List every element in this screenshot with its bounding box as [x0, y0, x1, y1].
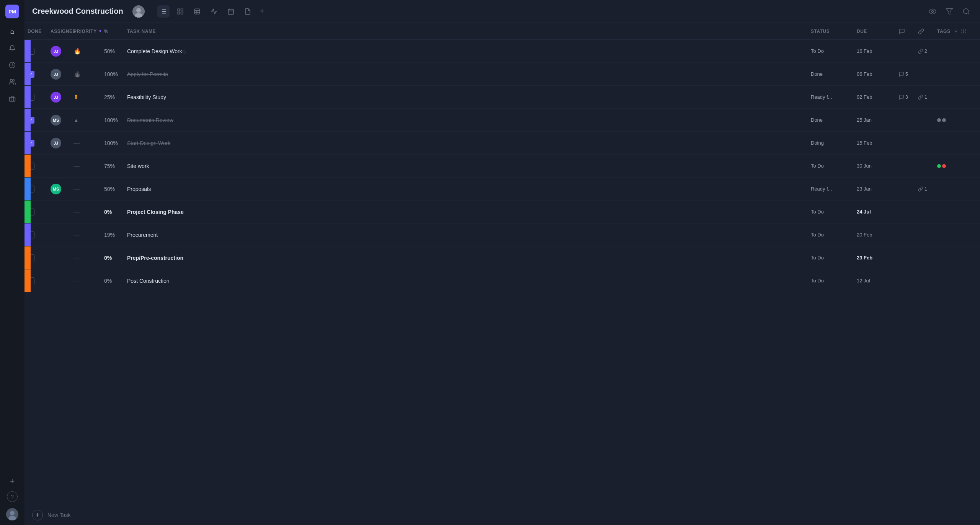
new-task-label: New Task — [47, 512, 70, 518]
assignee-avatar[interactable]: MS — [51, 184, 61, 194]
col-links — [915, 28, 934, 34]
task-name-text[interactable]: Documents Review — [127, 117, 173, 123]
status-badge: To Do — [811, 255, 824, 261]
assignee-avatar[interactable]: MS — [51, 115, 61, 126]
task-name-text[interactable]: Project Closing Phase — [127, 209, 184, 215]
table-row: JJ—100%Start Design WorkDoing15 Feb — [24, 132, 980, 155]
add-view-button[interactable]: + — [260, 7, 265, 16]
sidebar-item-portfolio[interactable] — [5, 92, 19, 106]
sidebar-item-help[interactable]: ? — [7, 491, 18, 502]
view-calendar-icon[interactable] — [225, 5, 237, 18]
task-name-text[interactable]: Feasibility Study — [127, 94, 166, 100]
col-taskname-cell: Complete Design Work ◇ — [124, 48, 808, 54]
col-due-cell: 23 Jan — [854, 186, 896, 192]
task-percentage: 25% — [104, 94, 115, 100]
task-name-text[interactable]: Post Construction — [127, 278, 170, 284]
task-name-text[interactable]: Proposals — [127, 186, 151, 192]
assignee-avatar[interactable]: JJ — [51, 138, 61, 148]
task-name-text[interactable]: Procurement — [127, 232, 158, 238]
app-logo[interactable]: PM — [5, 5, 19, 18]
col-taskname-cell: Start Design Work — [124, 140, 808, 146]
tag-dot — [942, 164, 946, 168]
comment-count: 5 — [905, 72, 908, 77]
col-link-cell: 1 — [915, 95, 934, 100]
status-badge: Doing — [811, 140, 824, 146]
view-files-icon[interactable] — [242, 5, 254, 18]
view-board-icon[interactable] — [174, 5, 186, 18]
col-status-cell: To Do — [808, 209, 854, 215]
col-link-cell: 2 — [915, 49, 934, 54]
assignee-avatar[interactable]: JJ — [51, 46, 61, 57]
sidebar-item-notifications[interactable] — [5, 41, 19, 55]
sidebar-item-home[interactable]: ⌂ — [5, 24, 19, 38]
col-taskname-cell: Documents Review — [124, 117, 808, 123]
table-row: —0%Project Closing PhaseTo Do24 Jul — [24, 201, 980, 223]
project-avatar[interactable] — [132, 5, 145, 18]
col-pct-cell: 0% — [101, 278, 124, 284]
col-taskname-cell: Prep/Pre-construction — [124, 255, 808, 261]
link-icon[interactable]: 2 — [918, 49, 927, 54]
task-name-text[interactable]: Complete Design Work — [127, 48, 182, 54]
task-name-text[interactable]: Prep/Pre-construction — [127, 255, 183, 261]
col-status-cell: To Do — [808, 48, 854, 54]
assignee-avatar[interactable]: JJ — [51, 69, 61, 80]
due-date: 25 Jan — [857, 117, 872, 123]
watch-icon[interactable] — [926, 5, 939, 18]
priority-icon: — — [74, 254, 80, 261]
task-percentage: 0% — [104, 278, 112, 284]
bottom-bar: + New Task — [24, 505, 980, 525]
filter-icon[interactable] — [943, 5, 956, 18]
svg-rect-17 — [181, 12, 183, 14]
search-icon[interactable] — [960, 5, 972, 18]
col-priority-cell: 🔥 — [70, 70, 101, 78]
priority-icon: — — [74, 209, 80, 215]
priority-icon: ▲ — [74, 117, 79, 123]
sidebar-item-team[interactable] — [5, 75, 19, 89]
col-priority-cell: — — [70, 232, 101, 238]
comment-icon[interactable]: 3 — [899, 95, 908, 100]
table-row: —0%Post ConstructionTo Do12 Jul — [24, 269, 980, 292]
svg-point-28 — [932, 10, 934, 12]
priority-icon: — — [74, 277, 80, 284]
col-pct-cell: 0% — [101, 209, 124, 215]
row-accent-bar — [24, 178, 31, 200]
task-name-text[interactable]: Start Design Work — [127, 140, 170, 146]
col-tags-cell — [934, 118, 980, 122]
add-task-button[interactable]: + — [32, 510, 43, 520]
col-comment-cell: 5 — [896, 72, 915, 77]
comment-icon[interactable]: 5 — [899, 72, 908, 77]
svg-point-4 — [10, 511, 15, 515]
col-taskname-cell: Feasibility Study — [124, 94, 808, 100]
col-assignee-cell: JJ — [47, 69, 70, 80]
table-row: —0%Prep/Pre-constructionTo Do23 Feb — [24, 246, 980, 269]
priority-icon: — — [74, 186, 80, 192]
due-date: 12 Jul — [857, 278, 870, 284]
view-gantt-icon[interactable] — [208, 5, 220, 18]
svg-rect-15 — [178, 9, 180, 11]
svg-marker-29 — [946, 8, 953, 14]
sidebar-item-history[interactable] — [5, 58, 19, 72]
col-priority[interactable]: PRIORITY ▼ — [70, 29, 101, 34]
status-badge: To Do — [811, 232, 824, 238]
col-status-cell: Ready f... — [808, 186, 854, 192]
sidebar-item-add[interactable]: + — [5, 474, 19, 488]
row-accent-bar — [24, 246, 31, 269]
status-badge: Done — [811, 71, 823, 77]
col-status-cell: To Do — [808, 232, 854, 238]
status-badge: Ready f... — [811, 186, 832, 192]
col-due-cell: 30 Jun — [854, 163, 896, 169]
task-name-text[interactable]: Apply for Permits — [127, 71, 168, 77]
col-due-cell: 06 Feb — [854, 71, 896, 77]
col-priority-cell: ⬆ — [70, 93, 101, 101]
view-table-icon[interactable] — [191, 5, 203, 18]
col-due-cell: 12 Jul — [854, 278, 896, 284]
view-list-icon[interactable] — [157, 5, 170, 18]
status-badge: To Do — [811, 278, 824, 284]
task-name-text[interactable]: Site work — [127, 163, 149, 169]
assignee-avatar[interactable]: JJ — [51, 92, 61, 103]
topbar-divider — [151, 7, 151, 16]
link-icon[interactable]: 1 — [918, 95, 927, 100]
svg-point-1 — [10, 79, 13, 82]
link-icon[interactable]: 1 — [918, 186, 927, 192]
user-avatar[interactable] — [6, 508, 18, 520]
